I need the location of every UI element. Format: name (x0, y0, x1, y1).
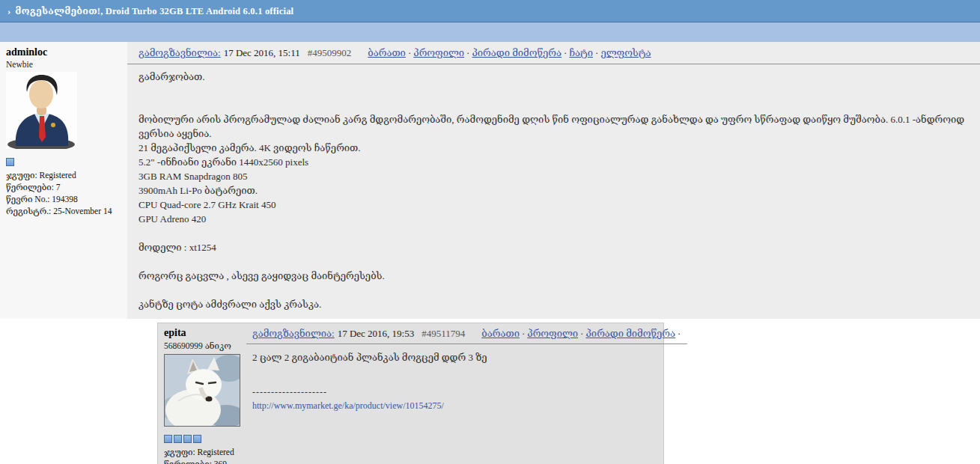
private-message-link[interactable]: პირადი მიმოწერა (472, 47, 561, 58)
profile-link[interactable]: პროფილი (413, 47, 464, 58)
author-rank: Newbie (6, 60, 121, 69)
author-name[interactable]: epita (164, 327, 240, 339)
businessman-avatar-icon[interactable] (6, 72, 121, 152)
post-1-header: გამოგზავნილია:17 Dec 2016, 15:11#4950990… (127, 42, 980, 64)
signature-divider: -------------------- (252, 387, 681, 398)
member-level-badge-icon (193, 435, 201, 443)
member-level-badge-icon (174, 435, 182, 443)
trailing-separator: · (675, 328, 683, 339)
card-link[interactable]: ბარათი (368, 47, 406, 58)
member-info: ჯგუფი: Registered წერილები: 7 წევრი No.:… (6, 169, 121, 217)
member-level-badges (164, 435, 240, 443)
member-number: წევრი No.: 194398 (6, 193, 121, 205)
member-group: ჯგუფი: Registered (6, 169, 121, 181)
sub-header-bar (0, 22, 980, 42)
chat-link[interactable]: ჩატი (569, 47, 593, 58)
author-name[interactable]: adminloc (6, 46, 121, 58)
private-message-link[interactable]: პირადი მიმოწერა (585, 328, 675, 339)
posted-on-link[interactable]: გამოგზავნილია: (252, 328, 335, 339)
link-separator: · (464, 47, 472, 58)
member-posts-count: წერილები: 369 (164, 458, 240, 464)
topic-title-bar: › მოგესალმებით!, Droid Turbo 32GB LTE An… (0, 0, 980, 22)
post-1-author-panel: adminloc Newbie ჯგუფი: Registered წერილე… (0, 42, 127, 319)
member-level-badges (6, 158, 121, 166)
post-1-content-panel: გამოგზავნილია:17 Dec 2016, 15:11#4950990… (127, 42, 980, 319)
member-info: ჯგუფი: Registered წერილები: 369 წევრი No… (164, 446, 240, 464)
card-link[interactable]: ბარათი (481, 328, 520, 339)
posted-on-link[interactable]: გამოგზავნილია: (139, 47, 221, 58)
topic-title: მოგესალმებით!, Droid Turbo 32GB LTE Andr… (15, 5, 293, 17)
link-separator: · (578, 328, 585, 339)
email-link[interactable]: ელფოსტა (600, 47, 651, 58)
author-note: 568690999 ანიკო (164, 341, 240, 351)
member-level-badge-icon (6, 158, 14, 166)
post-id: #49511794 (421, 328, 465, 339)
link-separator: · (406, 47, 413, 58)
post-2: epita 568690999 ანიკო ჯგუფი: R (157, 323, 664, 464)
breadcrumb-arrow-icon: › (7, 5, 10, 17)
member-group: ჯგუფი: Registered (164, 446, 240, 458)
wolf-avatar-icon[interactable] (164, 354, 240, 427)
post-2-signature: -------------------- http://www.mymarket… (246, 387, 687, 412)
member-posts-count: წერილები: 7 (6, 181, 121, 193)
link-separator: · (593, 47, 600, 58)
post-1: adminloc Newbie ჯგუფი: Registered წერილე… (0, 42, 980, 319)
post-date: 17 Dec 2016, 15:11 (224, 47, 300, 58)
link-separator: · (561, 47, 569, 58)
profile-link[interactable]: პროფილი (527, 328, 578, 339)
post-1-body: გამარჯობათ. მობილური არის პროგრამულად ძა… (127, 64, 980, 319)
link-separator: · (520, 328, 527, 339)
member-level-badge-icon (183, 435, 192, 443)
post-date: 17 Dec 2016, 19:53 (338, 328, 415, 339)
post-id: #49509902 (308, 47, 352, 58)
member-registered: რეგისტრ.: 25-November 14 (6, 205, 121, 217)
post-2-content-panel: გამოგზავნილია:17 Dec 2016, 19:53#4951179… (246, 323, 687, 464)
post-2-body: 2 ცალ 2 გიგაბაიტიან პლანკას მოგცემ დდრ 3… (246, 344, 687, 367)
post-2-header: გამოგზავნილია:17 Dec 2016, 19:53#4951179… (246, 323, 687, 344)
post-2-author-panel: epita 568690999 ანიკო ჯგუფი: R (158, 323, 246, 464)
signature-url-link[interactable]: http://www.mymarket.ge/ka/product/view/1… (252, 400, 444, 412)
member-level-badge-icon (164, 435, 172, 443)
